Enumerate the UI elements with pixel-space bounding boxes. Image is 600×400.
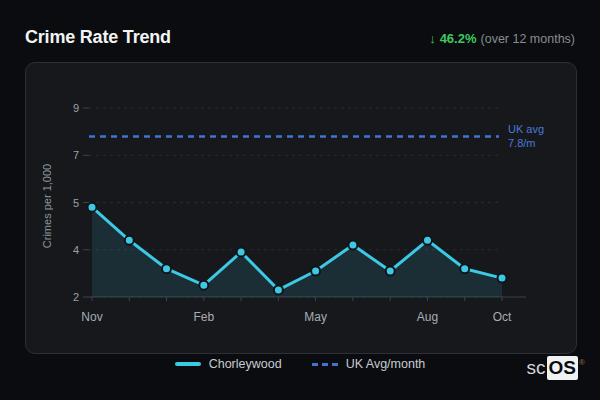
data-point[interactable] [237,248,246,257]
y-tick-label: 7 [73,149,79,161]
legend-swatch-dashed-line [312,363,338,366]
registered-trademark-icon: ® [579,351,585,375]
data-point[interactable] [311,267,320,276]
uk-avg-label: UK avg [508,123,544,135]
x-tick-label: Oct [493,310,512,324]
chart-card: Crimes per 1,000 97542NovFebMayAugOctUK … [25,62,577,354]
data-point[interactable] [88,203,97,212]
data-point[interactable] [348,241,357,250]
x-tick-label: May [304,310,327,324]
data-point[interactable] [125,236,134,245]
y-axis-title: Crimes per 1,000 [41,164,53,248]
data-point[interactable] [498,274,507,283]
data-point[interactable] [460,264,469,273]
data-point[interactable] [199,281,208,290]
x-tick-label: Feb [193,310,214,324]
y-tick-label: 4 [73,244,79,256]
trend-down-arrow-icon: ↓ [429,31,436,46]
page-title: Crime Rate Trend [25,27,171,48]
scos-logo: sc OS ® [527,356,578,380]
crime-trend-chart: Crimes per 1,000 97542NovFebMayAugOctUK … [26,63,578,355]
trend-caption: (over 12 months) [481,32,575,46]
logo-prefix: sc [527,356,546,380]
x-tick-label: Aug [417,310,438,324]
legend-item-chorleywood[interactable]: Chorleywood [175,357,282,371]
legend-item-uk-avg-month[interactable]: UK Avg/month [312,357,426,371]
data-point[interactable] [423,236,432,245]
legend-swatch-solid-line [175,362,201,366]
legend-label: UK Avg/month [346,357,426,371]
data-point[interactable] [274,285,283,294]
y-tick-label: 2 [73,291,79,303]
y-tick-label: 9 [73,102,79,114]
x-tick-label: Nov [81,310,102,324]
data-point[interactable] [386,267,395,276]
uk-avg-label-value: 7.8/m [508,137,536,149]
y-tick-label: 5 [73,197,79,209]
legend-label: Chorleywood [209,357,282,371]
chart-legend: ChorleywoodUK Avg/month [0,354,600,374]
data-point[interactable] [162,264,171,273]
trend-value: 46.2% [440,31,477,46]
trend-indicator: ↓ 46.2% (over 12 months) [429,31,575,46]
logo-suffix: OS [547,356,578,380]
